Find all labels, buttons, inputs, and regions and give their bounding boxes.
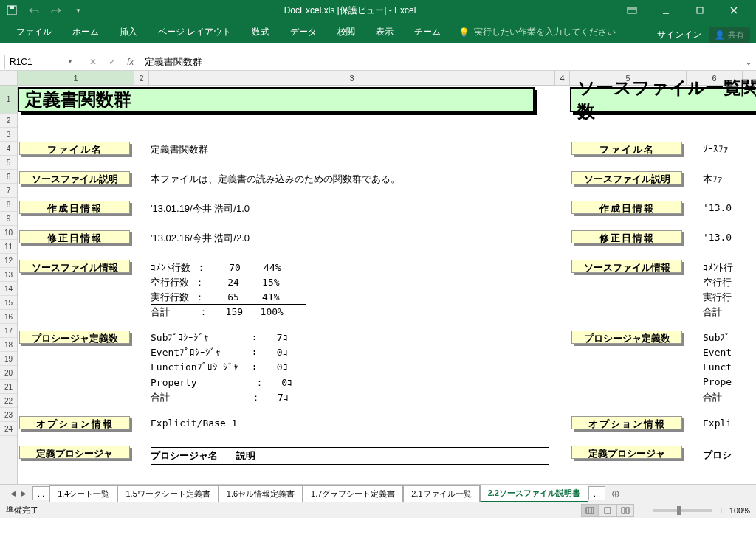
label-def-proc: 定義プロシージャ: [19, 446, 130, 459]
formula-input[interactable]: 定義書関数群: [140, 54, 741, 70]
new-sheet-button[interactable]: ⊕: [605, 488, 626, 499]
row-header[interactable]: 19: [0, 352, 17, 366]
formula-bar-expand-icon[interactable]: ⌄: [741, 57, 756, 67]
sheet-tab[interactable]: 1.6セル情報定義書: [219, 485, 303, 502]
zoom-level[interactable]: 100%: [729, 506, 750, 515]
row-header[interactable]: 20: [0, 366, 17, 380]
sheet-tab-bar: ◀▶ ... 1.4シート一覧 1.5ワークシート定義書 1.6セル情報定義書 …: [0, 484, 756, 502]
sheet-tab-more-right[interactable]: ...: [588, 486, 605, 500]
row-header[interactable]: 4: [0, 142, 17, 156]
label-filename: ファイル名: [19, 142, 130, 155]
label-src-info-r: ソースファイル情報: [571, 260, 682, 273]
row-header[interactable]: 12: [0, 254, 17, 268]
minimize-button[interactable]: [650, 0, 682, 21]
row-header[interactable]: 5: [0, 156, 17, 170]
close-button[interactable]: [718, 0, 750, 21]
save-icon[interactable]: [6, 4, 18, 16]
select-all-corner[interactable]: [0, 71, 18, 85]
sheet-tab-active[interactable]: 2.2ソースファイル説明書: [480, 485, 588, 502]
row-header[interactable]: 6: [0, 170, 17, 184]
row-header[interactable]: 14: [0, 282, 17, 296]
row-headers: 123456789101112131415161718192021222324: [0, 86, 18, 484]
signin-link[interactable]: サインイン: [657, 29, 701, 41]
undo-icon[interactable]: [28, 4, 40, 16]
tab-pagelayout[interactable]: ページ レイアウト: [148, 21, 241, 43]
col-header[interactable]: 3: [149, 71, 555, 85]
row-header[interactable]: 15: [0, 296, 17, 310]
cell-value: '13.02.16/今井 浩司/2.0: [151, 232, 250, 245]
page-layout-view-icon[interactable]: [599, 504, 616, 517]
row-header[interactable]: 22: [0, 394, 17, 408]
fx-icon[interactable]: fx: [127, 57, 134, 67]
cell-value: Prope: [703, 376, 732, 387]
tell-me[interactable]: 💡 実行したい作業を入力してください: [451, 21, 623, 43]
cells[interactable]: 定義書関数群 ソースファイル一覧関数 ファイル名 ソースファイル説明 作成日情報…: [18, 86, 756, 484]
tab-review[interactable]: 校閲: [327, 21, 365, 43]
cell-value: '13.0: [703, 202, 732, 213]
sheet-tab[interactable]: 1.4シート一覧: [49, 485, 117, 502]
row-header[interactable]: 8: [0, 198, 17, 212]
row-header[interactable]: 1: [0, 86, 17, 114]
zoom-out-button[interactable]: −: [643, 506, 647, 515]
cell-value: 空行行: [703, 276, 732, 289]
sheet-tab[interactable]: 2.1ファイル一覧: [403, 485, 479, 502]
cell-value: 合計 ： 159 100%: [151, 305, 284, 319]
name-box-dropdown-icon[interactable]: ▼: [67, 58, 73, 65]
cell-value: ｺﾒﾝﾄ行数 ： 70 44%: [151, 261, 281, 274]
share-icon: 👤: [715, 30, 725, 40]
cell-value: 合計: [703, 391, 722, 404]
row-header[interactable]: 7: [0, 184, 17, 198]
row-header[interactable]: 10: [0, 226, 17, 240]
share-button[interactable]: 👤 共有: [709, 27, 750, 43]
row-header[interactable]: 18: [0, 338, 17, 352]
page-break-view-icon[interactable]: [616, 504, 634, 517]
svg-rect-2: [628, 7, 636, 13]
row-header[interactable]: 13: [0, 268, 17, 282]
section-header: ソースファイル一覧関数: [570, 87, 756, 112]
tab-view[interactable]: 表示: [365, 21, 404, 43]
cell-value: プロシ: [703, 449, 732, 462]
tab-file[interactable]: ファイル: [6, 21, 62, 43]
row-header[interactable]: 16: [0, 310, 17, 324]
row-header[interactable]: 23: [0, 408, 17, 422]
qat-dropdown-icon[interactable]: ▼: [72, 4, 84, 16]
row-header[interactable]: 24: [0, 422, 17, 436]
quick-access-toolbar: ▼: [6, 4, 84, 16]
enter-icon[interactable]: ✓: [106, 57, 118, 67]
row-header[interactable]: 9: [0, 212, 17, 226]
row-header[interactable]: 3: [0, 128, 17, 142]
cell-value: Explicit/Base 1: [151, 418, 237, 429]
sheet-tab[interactable]: 1.7グラフシート定義書: [303, 485, 403, 502]
tab-home[interactable]: ホーム: [62, 21, 109, 43]
tab-formulas[interactable]: 数式: [241, 21, 280, 43]
label-option-r: オプション情報: [571, 416, 682, 429]
tab-team[interactable]: チーム: [404, 21, 451, 43]
col-header[interactable]: 1: [18, 71, 134, 85]
zoom-in-button[interactable]: +: [718, 506, 723, 515]
redo-icon[interactable]: [50, 4, 62, 16]
sheet-tab[interactable]: 1.5ワークシート定義書: [117, 485, 218, 502]
tab-insert[interactable]: 挿入: [109, 21, 148, 43]
row-header[interactable]: 11: [0, 240, 17, 254]
row-header[interactable]: 2: [0, 114, 17, 128]
maximize-button[interactable]: [684, 0, 716, 21]
tab-nav[interactable]: ◀▶: [4, 489, 32, 497]
row-header[interactable]: 21: [0, 380, 17, 394]
sheet-tab-more-left[interactable]: ...: [32, 486, 49, 500]
worksheet-grid[interactable]: 1 2 3 4 5 6 1234567891011121314151617181…: [0, 71, 756, 484]
col-header[interactable]: 4: [555, 71, 570, 85]
name-box[interactable]: R1C1 ▼: [4, 55, 78, 69]
ribbon-display-icon[interactable]: [616, 0, 648, 21]
cell-value: ｺﾒﾝﾄ行: [703, 261, 733, 274]
normal-view-icon[interactable]: [581, 504, 599, 517]
cell-value: 本ﾌｧ: [703, 173, 723, 186]
col-header[interactable]: 2: [134, 71, 149, 85]
status-ready: 準備完了: [6, 505, 581, 516]
formula-bar: R1C1 ▼ ✕ ✓ fx 定義書関数群 ⌄: [0, 53, 756, 71]
row-header[interactable]: 17: [0, 324, 17, 338]
cancel-icon[interactable]: ✕: [87, 57, 99, 67]
label-filename-r: ファイル名: [571, 142, 682, 155]
zoom-slider[interactable]: [653, 509, 712, 512]
label-proc-def: プロシージャ定義数: [19, 331, 130, 344]
tab-data[interactable]: データ: [280, 21, 327, 43]
